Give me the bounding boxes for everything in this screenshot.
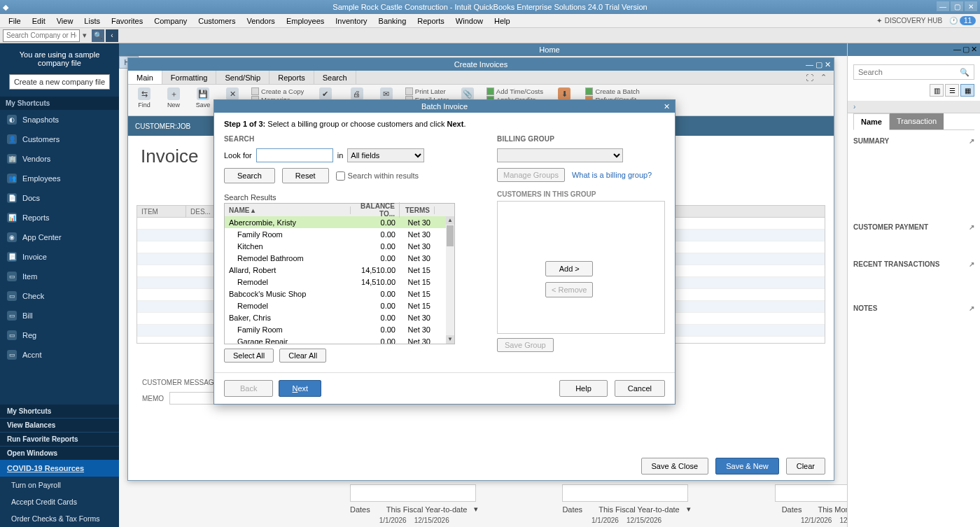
- notes-expand-icon[interactable]: ↗: [969, 304, 974, 312]
- what-is-group-link[interactable]: What is a billing group?: [572, 171, 652, 179]
- menu-company[interactable]: Company: [148, 15, 192, 27]
- rp-collapse-toggle[interactable]: ›: [848, 101, 980, 113]
- minimize-icon[interactable]: —: [937, 1, 949, 11]
- result-row[interactable]: Babcock's Music Shop0.00Net 15: [225, 288, 454, 300]
- nav-check[interactable]: ▭Check: [0, 286, 119, 306]
- inv-close-icon[interactable]: ✕: [825, 60, 831, 69]
- col-balance[interactable]: BALANCE TO...: [351, 202, 400, 218]
- search-within-check[interactable]: Search within results: [336, 171, 419, 181]
- rp-minimize-icon[interactable]: —: [953, 45, 961, 54]
- tb-create-copy[interactable]: Create a Copy: [251, 87, 304, 95]
- inv-tab-main[interactable]: Main: [128, 71, 162, 84]
- clear-all-button[interactable]: Clear All: [279, 349, 326, 363]
- menu-reports[interactable]: Reports: [412, 15, 450, 27]
- menu-edit[interactable]: Edit: [27, 15, 51, 27]
- thin-run-favorite[interactable]: Run Favorite Reports: [0, 432, 119, 446]
- tb-new-button[interactable]: ＋New: [160, 86, 187, 110]
- menu-lists[interactable]: Lists: [78, 15, 106, 27]
- rp-close-icon[interactable]: ✕: [971, 45, 977, 54]
- nav-vendors[interactable]: 🏢Vendors: [0, 149, 119, 169]
- look-for-input[interactable]: [256, 148, 333, 162]
- result-row[interactable]: Garage Repair0.00Net 30: [225, 335, 454, 344]
- results-scrollbar[interactable]: ▲ ▼: [446, 216, 454, 344]
- nav-docs[interactable]: 📄Docs: [0, 188, 119, 208]
- reset-button[interactable]: Reset: [282, 168, 329, 183]
- nav-employees[interactable]: 👥Employees: [0, 169, 119, 188]
- inv-minimize-icon[interactable]: —: [806, 60, 813, 69]
- tb-find-button[interactable]: ⇆Find: [131, 86, 158, 110]
- rp-search-input[interactable]: [858, 68, 960, 76]
- close-icon[interactable]: ✕: [965, 1, 977, 11]
- tab-name[interactable]: Name: [853, 113, 890, 130]
- col-terms[interactable]: TERMS: [400, 206, 435, 214]
- search-icon[interactable]: 🔍: [960, 68, 969, 77]
- thin-open-windows[interactable]: Open Windows: [0, 446, 119, 460]
- next-button[interactable]: Next: [279, 380, 321, 397]
- search-collapse-button[interactable]: ‹: [106, 29, 118, 42]
- nav-accnt[interactable]: ▭Accnt: [0, 345, 119, 365]
- menu-favorites[interactable]: Favorites: [106, 15, 148, 27]
- menu-help[interactable]: Help: [489, 15, 516, 27]
- menu-file[interactable]: File: [3, 15, 27, 27]
- discovery-hub-button[interactable]: ✦ DISCOVERY HUB: [876, 17, 942, 24]
- nav-customers[interactable]: 👤Customers: [0, 129, 119, 149]
- summary-expand-icon[interactable]: ↗: [969, 137, 974, 145]
- search-button[interactable]: Search: [224, 168, 275, 183]
- modal-close-icon[interactable]: ✕: [661, 102, 672, 111]
- add-button[interactable]: Add >: [545, 261, 593, 276]
- result-row[interactable]: Family Room0.00Net 30: [225, 323, 454, 335]
- tab-transaction[interactable]: Transaction: [890, 113, 944, 129]
- date2-range-select[interactable]: This Fiscal Year-to-date: [598, 505, 680, 514]
- inv-tab-sendship[interactable]: Send/Ship: [216, 71, 270, 84]
- nav-appcenter[interactable]: ◉App Center: [0, 227, 119, 247]
- nav-bill[interactable]: ▭Bill: [0, 306, 119, 325]
- inv-expand-icon[interactable]: ⛶: [804, 73, 814, 83]
- select-all-button[interactable]: Select All: [224, 349, 274, 363]
- maximize-icon[interactable]: ▢: [951, 1, 963, 11]
- result-row[interactable]: Remodel Bathroom0.00Net 30: [225, 252, 454, 264]
- tb-save-button[interactable]: 💾Save: [190, 86, 216, 110]
- view-list-icon[interactable]: ▥: [930, 84, 944, 97]
- save-group-button[interactable]: Save Group: [497, 338, 554, 352]
- clear-button[interactable]: Clear: [786, 458, 825, 475]
- manage-groups-button[interactable]: Manage Groups: [497, 168, 565, 182]
- back-button[interactable]: Back: [224, 380, 273, 397]
- menu-banking[interactable]: Banking: [373, 15, 412, 27]
- scroll-up-icon[interactable]: ▲: [446, 216, 454, 225]
- nav-reports[interactable]: 📊Reports: [0, 208, 119, 227]
- nav-snapshots[interactable]: ◐Snapshots: [0, 110, 119, 129]
- menu-window[interactable]: Window: [450, 15, 489, 27]
- menu-employees[interactable]: Employees: [281, 15, 330, 27]
- scroll-thumb[interactable]: [447, 225, 454, 246]
- result-row[interactable]: Allard, Robert14,510.00Net 15: [225, 264, 454, 276]
- inv-tab-reports[interactable]: Reports: [270, 71, 314, 84]
- custpay-expand-icon[interactable]: ↗: [969, 223, 974, 231]
- search-field-select[interactable]: All fields: [347, 148, 424, 162]
- inv-tab-search[interactable]: Search: [314, 71, 356, 84]
- foot-accept-cards[interactable]: Accept Credit Cards: [0, 493, 119, 510]
- nav-reg[interactable]: ▭Reg: [0, 325, 119, 345]
- menu-view[interactable]: View: [51, 15, 79, 27]
- tb-print-later[interactable]: Print Later: [405, 87, 449, 95]
- menu-inventory[interactable]: Inventory: [330, 15, 372, 27]
- foot-turn-on-payroll[interactable]: Turn on Payroll: [0, 477, 119, 493]
- result-row[interactable]: Family Room0.00Net 30: [225, 228, 454, 240]
- view-grid-icon[interactable]: ▦: [960, 84, 974, 97]
- view-detail-icon[interactable]: ☰: [945, 84, 959, 97]
- remove-button[interactable]: < Remove: [545, 282, 593, 297]
- result-row[interactable]: Baker, Chris0.00Net 30: [225, 311, 454, 323]
- foot-order-checks[interactable]: Order Checks & Tax Forms: [0, 510, 119, 527]
- save-new-button[interactable]: Save & New: [715, 458, 779, 475]
- company-search-input[interactable]: [3, 29, 80, 42]
- thin-view-balances[interactable]: View Balances: [0, 418, 119, 432]
- menu-vendors[interactable]: Vendors: [241, 15, 281, 27]
- col-name[interactable]: NAME ▴: [225, 206, 351, 214]
- tb-create-batch[interactable]: Create a Batch: [585, 87, 639, 95]
- menu-customers[interactable]: Customers: [192, 15, 241, 27]
- thin-my-shortcuts[interactable]: My Shortcuts: [0, 405, 119, 418]
- scroll-down-icon[interactable]: ▼: [446, 335, 454, 344]
- inv-tab-formatting[interactable]: Formatting: [162, 71, 217, 84]
- rp-maximize-icon[interactable]: ▢: [962, 45, 969, 54]
- inv-collapse-icon[interactable]: ⌃: [818, 73, 828, 83]
- reminders-clock[interactable]: 🕐 11: [949, 17, 976, 24]
